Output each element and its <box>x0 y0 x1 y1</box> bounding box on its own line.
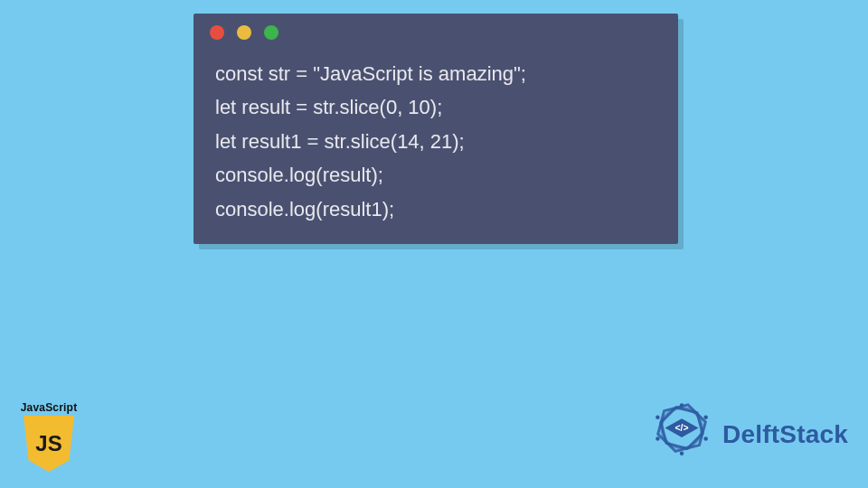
svg-point-8 <box>680 452 684 455</box>
maximize-icon <box>264 25 278 40</box>
brand-logo: </> DelftStack <box>648 401 848 468</box>
svg-point-9 <box>656 436 659 440</box>
svg-point-5 <box>680 403 684 407</box>
code-line: let result = str.slice(0, 10); <box>215 90 656 124</box>
javascript-shield-text: JS <box>35 431 61 456</box>
code-window: const str = "JavaScript is amazing"; let… <box>193 14 678 244</box>
code-line: console.log(result); <box>215 158 656 192</box>
javascript-badge: JavaScript JS <box>16 401 81 472</box>
code-line: const str = "JavaScript is amazing"; <box>215 57 656 90</box>
brand-ornament-icon: </> <box>648 401 715 468</box>
javascript-label: JavaScript <box>21 401 78 414</box>
svg-text:</>: </> <box>675 423 689 433</box>
window-titlebar <box>193 14 678 52</box>
code-body: const str = "JavaScript is amazing"; let… <box>193 52 678 244</box>
code-line: let result1 = str.slice(14, 21); <box>215 125 656 158</box>
svg-point-7 <box>703 436 707 440</box>
svg-point-6 <box>703 416 707 419</box>
javascript-shield-icon: JS <box>24 416 74 472</box>
svg-point-10 <box>656 416 659 419</box>
minimize-icon <box>237 25 251 40</box>
close-icon <box>210 25 224 40</box>
code-line: console.log(result1); <box>215 192 656 226</box>
brand-name: DelftStack <box>722 420 848 449</box>
